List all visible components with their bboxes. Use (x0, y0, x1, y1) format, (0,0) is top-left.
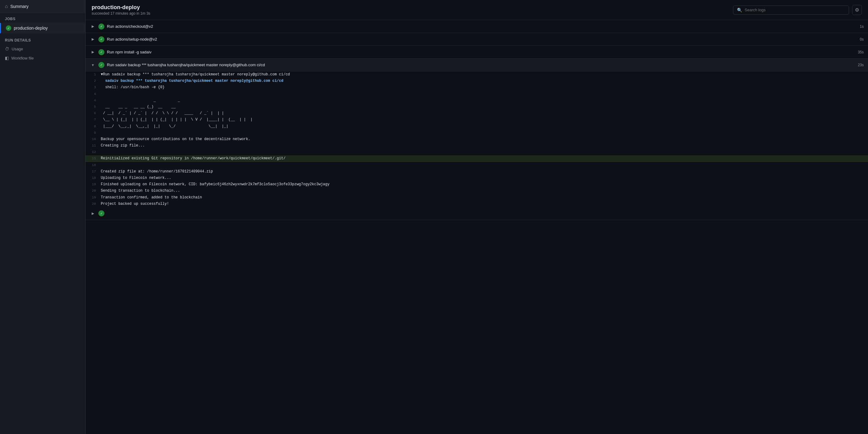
header-subtitle: succeeded 17 minutes ago in 1m 3s (92, 11, 150, 15)
run-details-section-label: Run details (0, 33, 85, 44)
line-number: 4 (86, 98, 101, 103)
step-status-check-5: ✓ (98, 210, 104, 216)
line-content: \__ \ | (_| | | (_| | | (_| | | | | \ V … (101, 117, 868, 123)
log-line: 16 (86, 162, 868, 168)
line-number: 8 (86, 124, 101, 129)
step-row-3[interactable]: ▶ ✓ Run npm install -g sadaiv 35s (86, 46, 868, 59)
file-icon: ◧ (5, 56, 9, 60)
log-line: 9 (86, 130, 868, 136)
line-number: 4 (86, 91, 101, 97)
log-line: 20 Project backed up successfully! (86, 201, 868, 207)
settings-button[interactable]: ⚙ (852, 5, 862, 15)
line-number: 5 (86, 104, 101, 110)
log-line: 8 |___/ \__,_| \__,_| |_| \_/ \__| |_| (86, 123, 868, 130)
log-line: 3 shell: /usr/bin/bash -e {0} (86, 84, 868, 91)
log-line: 1 ▼Run sadaiv backup *** tusharojha tush… (86, 71, 868, 78)
chevron-down-icon-4: ▼ (90, 62, 96, 68)
job-status-check: ✓ (6, 25, 11, 31)
line-content: Uploading to Filecoin network... (101, 175, 868, 181)
line-content (101, 149, 868, 155)
step-duration-3: 35s (858, 50, 864, 54)
search-box[interactable]: 🔍 (733, 5, 849, 15)
search-input[interactable] (745, 8, 845, 12)
job-name-label: production-deploy (14, 26, 48, 31)
log-line: 4 (86, 91, 868, 97)
log-line: 17 Created zip file at: /home/runner/167… (86, 168, 868, 175)
line-content: Finished uploading on Filecoin network, … (101, 181, 868, 188)
line-number: 10 (86, 136, 101, 142)
line-content: sadaiv backup *** tusharojha tusharojha/… (101, 78, 868, 84)
header: production-deploy succeeded 17 minutes a… (86, 0, 868, 20)
step-row-1[interactable]: ▶ ✓ Run actions/checkout@v2 1s (86, 20, 868, 33)
line-content: / __| / _` | / _` | / / \ \ / / ____ / _… (101, 110, 868, 116)
line-content: __ __ _ __ __ (_) __ __ (101, 104, 868, 110)
log-line-highlighted: 15 Reinitialized existing Git repository… (86, 155, 868, 162)
chevron-right-icon-3: ▶ (90, 49, 96, 55)
main-content: production-deploy succeeded 17 minutes a… (86, 0, 868, 434)
step-duration-4: 23s (858, 63, 864, 67)
line-content: Transaction confirmed, added to the bloc… (101, 195, 868, 201)
line-number: 9 (86, 130, 101, 136)
workflow-file-detail-item[interactable]: ◧ Workflow file (0, 54, 85, 63)
jobs-section-label: Jobs (0, 13, 85, 23)
header-right: 🔍 ⚙ (733, 5, 862, 15)
line-number: 20 (86, 188, 101, 194)
search-icon: 🔍 (737, 8, 742, 12)
step-row-5[interactable]: ▶ ✓ (86, 207, 868, 220)
line-content: Backup your opensource contributions on … (101, 136, 868, 142)
line-content (101, 162, 868, 168)
log-line: 4 _ _ (86, 97, 868, 104)
clock-icon: ⏱ (5, 46, 9, 51)
step-row-4[interactable]: ▼ ✓ Run sadaiv backup *** tusharojha tus… (86, 59, 868, 71)
line-content: Project backed up successfully! (101, 201, 868, 207)
log-line: 19 Transaction confirmed, added to the b… (86, 194, 868, 201)
line-content: |___/ \__,_| \__,_| |_| \_/ \__| |_| (101, 124, 868, 129)
log-container[interactable]: ▶ ✓ Run actions/checkout@v2 1s ▶ ✓ Run a… (86, 20, 868, 434)
log-line: 12 (86, 149, 868, 155)
line-number: 20 (86, 201, 101, 207)
step-name-4: Run sadaiv backup *** tusharojha tusharo… (107, 63, 853, 67)
line-number: 1 (86, 72, 101, 77)
step-status-check-2: ✓ (98, 36, 104, 42)
line-number: 2 (86, 78, 101, 84)
log-line: 7 \__ \ | (_| | | (_| | | (_| | | | | \ … (86, 116, 868, 123)
log-line: 6 / __| / _` | / _` | / / \ \ / / ____ /… (86, 110, 868, 116)
line-content: Sending transaction to blockchain... (101, 188, 868, 194)
usage-label: Usage (11, 47, 23, 51)
step-status-check-4: ✓ (98, 62, 104, 68)
workflow-file-label: Workflow file (11, 56, 34, 60)
log-content-4: 1 ▼Run sadaiv backup *** tusharojha tush… (86, 71, 868, 207)
home-icon: ⌂ (5, 4, 8, 9)
line-number: 7 (86, 117, 101, 123)
step-name-2: Run actions/setup-node@v2 (107, 37, 855, 41)
summary-label: Summary (10, 4, 29, 9)
line-number: 11 (86, 143, 101, 148)
line-content: Reinitialized existing Git repository in… (101, 156, 868, 162)
log-line: 11 Creating zip file... (86, 142, 868, 149)
line-content (101, 91, 868, 97)
line-number: 19 (86, 195, 101, 201)
line-number: 6 (86, 110, 101, 116)
step-duration-1: 1s (860, 25, 864, 29)
chevron-right-icon-5: ▶ (90, 210, 96, 216)
step-status-check-1: ✓ (98, 24, 104, 30)
job-item-production-deploy[interactable]: ✓ production-deploy (0, 23, 85, 33)
usage-detail-item[interactable]: ⏱ Usage (0, 44, 85, 54)
line-number: 15 (86, 156, 101, 162)
step-duration-2: 0s (860, 37, 864, 41)
line-number: 18 (86, 175, 101, 181)
step-row-2[interactable]: ▶ ✓ Run actions/setup-node@v2 0s (86, 33, 868, 46)
sidebar-summary[interactable]: ⌂ Summary (0, 0, 85, 13)
line-content: shell: /usr/bin/bash -e {0} (101, 85, 868, 90)
log-line: 10 Backup your opensource contributions … (86, 136, 868, 142)
log-line: 2 sadaiv backup *** tusharojha tusharojh… (86, 78, 868, 84)
chevron-right-icon-2: ▶ (90, 36, 96, 42)
header-left: production-deploy succeeded 17 minutes a… (92, 4, 150, 15)
line-number: 3 (86, 85, 101, 90)
page-title: production-deploy (92, 4, 150, 11)
line-content: _ _ (101, 98, 868, 103)
log-line: 18 Uploading to Filecoin network... (86, 175, 868, 181)
sidebar: ⌂ Summary Jobs ✓ production-deploy Run d… (0, 0, 86, 434)
line-content: ▼Run sadaiv backup *** tusharojha tushar… (101, 72, 868, 77)
step-status-check-3: ✓ (98, 49, 104, 55)
